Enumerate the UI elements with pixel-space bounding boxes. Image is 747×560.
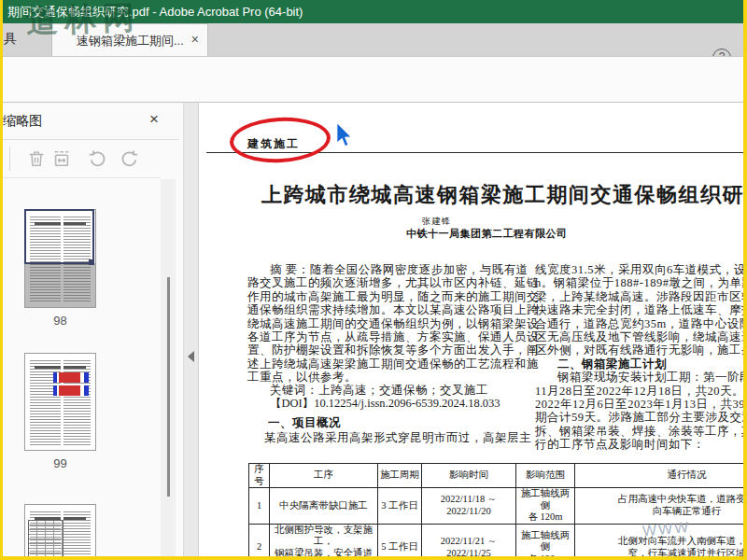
body-line: 拆、钢箱梁吊装、焊接、涂装等工序，其中影响道 <box>535 425 743 438</box>
col-header: 施工周期 <box>378 464 422 488</box>
document-pane: 建筑施工 上跨城市绕城高速钢箱梁施工期间交通保畅组织研究 张建锋 中铁十一局集团… <box>199 103 743 556</box>
main-toolbar: (1 / 3) 70.9% <box>0 56 747 103</box>
table-header-row: 序号 工序 施工周期 影响时间 影响范围 通行情况 <box>249 464 744 488</box>
abstract-line: 通保畅组织需求持续增加。本文以某高速公路项目上跨 <box>247 303 528 316</box>
right-column: 线宽度31.5米，采用双向6车道模式，设计车速8 h。钢箱梁位于188#-189… <box>535 263 743 451</box>
abstract-line: 述上跨绕城高速架梁施工期间交通保畅的工艺流程和施 <box>247 357 528 371</box>
col-header: 影响时间 <box>422 464 516 488</box>
body-line: 线宽度31.5米，采用双向6车道模式，设计车速8 <box>535 263 743 276</box>
cell: 北侧对向车流并入南侧车道，道 窄，行车减速通过并行区域 <box>575 524 744 556</box>
cursor-arrow-icon <box>333 121 356 153</box>
trash-icon[interactable] <box>26 147 47 170</box>
body-line: 某高速公路采用高架形式穿昆明市而过，高架层主 <box>264 431 531 444</box>
visible-area-handle[interactable] <box>89 259 94 265</box>
abstract-line: 摘 要：随着全国公路网密度逐步加密，与既有道 <box>247 263 528 276</box>
thumbnail-page-99[interactable] <box>24 353 96 451</box>
abstract-line: 作用的城市高架施工最为明显，随之而来的施工期间交 <box>247 290 528 303</box>
panel-separator-2 <box>0 177 161 178</box>
panel-separator <box>0 139 179 140</box>
resize-pages-icon[interactable] <box>51 147 72 170</box>
body-line: 梁，上跨某绕城高速。涉路段因距市区较近，加之 <box>535 290 743 303</box>
body-line: 行的工序节点及影响时间如下： <box>535 438 743 451</box>
cell: 占用高速中央快车道，道路变窄 向车辆正常通行 <box>575 488 744 525</box>
thumbnail-page-100[interactable] <box>24 504 96 560</box>
thumbnail-figure <box>53 372 89 383</box>
keywords-line: 关键词：上跨高速；交通保畅；交叉施工 <box>247 384 488 397</box>
screenshot-border <box>0 0 3 560</box>
tab-bar: 具 速钢箱梁施工期间... × ? <box>0 23 747 56</box>
thumbnail-label-99: 99 <box>24 456 96 470</box>
cell: 北侧围护导改，支架施工， 钢箱梁吊装，安全通道搭设 <box>270 524 378 556</box>
cell: 5 工作日 <box>378 524 422 556</box>
table-row: 1 中央隔离带缺口施工 3 工作日 2022/11/18 ～ 2022/11/2… <box>249 488 744 525</box>
body-line: 区无高压线及地下管线影响，绕城高速进出口均在 <box>535 330 743 343</box>
body-line: 2022年12月6日至2023年1月13日，共39天。涉路施 <box>535 398 743 411</box>
tab-close-icon[interactable]: × <box>191 32 199 47</box>
abstract-line: 绕城高速施工期间的交通保畅组织为例，以钢箱梁架设 <box>247 317 528 330</box>
body-line: 快速路未完全封闭，道路上低速车、摩托车非机动 <box>535 303 743 316</box>
visible-area-box[interactable] <box>24 209 94 264</box>
table-row: 2 北侧围护导改，支架施工， 钢箱梁吊装，安全通道搭设 5 工作日 2022/1… <box>249 524 744 556</box>
panel-scrollbar-thumb[interactable] <box>167 277 170 497</box>
panel-splitter[interactable] <box>183 103 199 560</box>
thumbnails-panel: 缩略图 × <box>0 103 183 560</box>
abstract-line: 工重点，以供参考。 <box>247 371 528 384</box>
left-column: 摘 要：随着全国公路网密度逐步加密，与既有道 路交叉施工的频次逐渐增多，尤其以市… <box>247 263 528 385</box>
screenshot-border <box>743 0 747 560</box>
thumbnail-table-figure <box>28 520 63 559</box>
pdf-page: 建筑施工 上跨城市绕城高速钢箱梁施工期间交通保畅组织研究 张建锋 中铁十一局集团… <box>199 103 743 556</box>
paper-title: 上跨城市绕城高速钢箱梁施工期间交通保畅组织研究 <box>261 181 743 209</box>
col-header: 工序 <box>270 464 378 488</box>
panel-toolbar-divider <box>9 147 10 171</box>
window-title: 期间交通保畅组织研究.pdf - Adobe Acrobat Pro (64-b… <box>7 0 303 23</box>
cell: 2022/11/18 ～ 2022/11/20 <box>422 488 516 525</box>
cell: 中央隔离带缺口施工 <box>270 488 378 525</box>
section-heading-2: 二、钢箱梁施工计划 <box>535 357 743 371</box>
doi-line: 【DOI】10.12254/j.issn.2096-6539.2024.18.0… <box>247 397 500 410</box>
body-line: 合通行，道路总宽约35m，道路中心设防护栏。现 <box>535 317 743 330</box>
body-line: 期合计59天。涉路施工部分主要涉及交通导改、支 <box>535 411 743 424</box>
abstract-line: 置、防护棚架设置和拆除恢复等多个方面出发入手，阐 <box>247 343 528 357</box>
thumbnail-label-98: 98 <box>24 314 96 328</box>
cell: 3 工作日 <box>378 488 422 525</box>
panel-title: 缩略图 <box>3 113 42 130</box>
thumbnail-figure <box>53 385 89 396</box>
cell: 1 <box>249 488 270 525</box>
abstract-line: 路交叉施工的频次逐渐增多，尤其以市区内补链、延链 <box>247 276 528 289</box>
collapse-panel-icon[interactable] <box>188 351 194 362</box>
rotate-cw-icon[interactable] <box>118 147 138 170</box>
col-header: 影响范围 <box>516 464 575 488</box>
acrobat-window: 期间交通保畅组织研究.pdf - Adobe Acrobat Pro (64-b… <box>0 0 747 560</box>
body-line: 11月28日至2022年12月18日，共20天。第二阶段施 <box>535 385 743 398</box>
tab-document[interactable]: 速钢箱梁施工期间... × <box>51 23 208 56</box>
cell: 施工轴线两侧 各 120m <box>516 524 575 556</box>
body-line: h。钢箱梁位于188#-189#墩之间，为单跨65m简支 <box>535 276 743 289</box>
section-heading-1: 一、项目概况 <box>268 416 341 429</box>
paper-affiliation: 中铁十一局集团第二工程有限公司 <box>406 227 568 241</box>
cell: 2022/11/21 ～ 2022/11/25 <box>422 524 516 556</box>
body-line: 区外侧，对既有线路通行无影响，施工条件良好。 <box>535 343 743 357</box>
body-line: 钢箱梁现场安装计划工期：第一阶段施工：20 <box>535 371 743 384</box>
panel-close-icon[interactable]: × <box>149 110 159 129</box>
rotate-ccw-icon[interactable] <box>87 147 107 170</box>
col-header: 序号 <box>249 464 270 488</box>
tab-tools[interactable]: 具 <box>4 31 17 48</box>
screenshot-border <box>0 556 747 560</box>
tab-document-label: 速钢箱梁施工期间... <box>77 33 184 49</box>
thumbnail-page-98[interactable] <box>24 209 96 308</box>
construction-schedule-table: 序号 工序 施工周期 影响时间 影响范围 通行情况 1 中央隔离带缺口施工 3 … <box>248 463 743 556</box>
col-header: 通行情况 <box>575 464 744 488</box>
abstract-line: 各道工序为节点，从疏导措施、方案实施、保通人员设 <box>247 330 528 343</box>
cell: 施工轴线两侧 各 120m <box>516 488 575 525</box>
cell: 2 <box>249 524 270 556</box>
thumbnail-dim-overlay <box>25 263 95 307</box>
panel-scrollbar[interactable] <box>161 179 176 560</box>
window-titlebar: 期间交通保畅组织研究.pdf - Adobe Acrobat Pro (64-b… <box>0 0 747 23</box>
